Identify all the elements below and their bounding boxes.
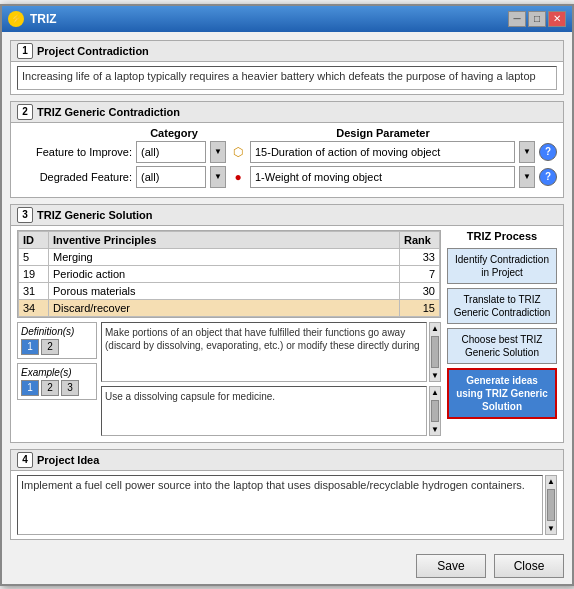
feature-param-arrow[interactable]: ▼ <box>519 141 535 163</box>
title-bar: ⚡ TRIZ ─ □ ✕ <box>2 6 572 32</box>
process-step-4[interactable]: Generate ideas using TRIZ Generic Soluti… <box>447 368 557 419</box>
table-row[interactable]: 31 Porous materials 30 <box>19 282 440 299</box>
feature-param-select[interactable]: 15-Duration of action of moving object <box>250 141 515 163</box>
section-project-contradiction: 1 Project Contradiction Increasing life … <box>10 40 564 95</box>
feature-help-button[interactable]: ? <box>539 143 557 161</box>
section4-number: 4 <box>17 452 33 468</box>
minimize-button[interactable]: ─ <box>508 11 526 27</box>
example-buttons-box: Example(s) 1 2 3 <box>17 363 97 400</box>
idea-scroll-down[interactable]: ▼ <box>546 523 556 534</box>
def-scroll-thumb[interactable] <box>431 336 439 368</box>
definition-buttons-box: Definition(s) 1 2 <box>17 322 97 359</box>
ex-btn-3[interactable]: 3 <box>61 380 79 396</box>
app-icon: ⚡ <box>8 11 24 27</box>
example-text: Use a dissolving capsule for medicine. <box>101 386 427 436</box>
feature-param-icon: ⬡ <box>230 145 246 159</box>
section4-label: Project Idea <box>37 454 99 466</box>
window-title: TRIZ <box>30 12 57 26</box>
degraded-param-icon-symbol: ● <box>234 170 241 184</box>
ex-scroll-down[interactable]: ▼ <box>430 424 440 435</box>
ex-scroll-up[interactable]: ▲ <box>430 387 440 398</box>
process-steps: Identify Contradiction in ProjectTransla… <box>447 248 557 423</box>
def-scroll-down[interactable]: ▼ <box>430 370 440 381</box>
degraded-help-button[interactable]: ? <box>539 168 557 186</box>
section3-content: ID Inventive Principles Rank 5 Merging 3… <box>11 226 563 442</box>
section1-title: 1 Project Contradiction <box>11 41 563 62</box>
section-triz-solution: 3 TRIZ Generic Solution ID Inv <box>10 204 564 443</box>
feature-category-select[interactable]: (all) <box>136 141 206 163</box>
cell-rank: 7 <box>400 265 440 282</box>
section3-number: 3 <box>17 207 33 223</box>
main-window: ⚡ TRIZ ─ □ ✕ 1 Project Contradiction Inc… <box>0 4 574 586</box>
example-label: Example(s) <box>21 367 93 378</box>
section4-content: Implement a fuel cell power source into … <box>11 471 563 539</box>
project-idea-text[interactable]: Implement a fuel cell power source into … <box>17 475 543 535</box>
cell-rank: 33 <box>400 248 440 265</box>
section2-label: TRIZ Generic Contradiction <box>37 106 180 118</box>
ex-btn-2[interactable]: 2 <box>41 380 59 396</box>
principles-table: ID Inventive Principles Rank 5 Merging 3… <box>18 231 440 317</box>
cell-principle: Porous materials <box>49 282 400 299</box>
th-principles: Inventive Principles <box>49 231 400 248</box>
def-btn-1[interactable]: 1 <box>21 339 39 355</box>
section2-title: 2 TRIZ Generic Contradiction <box>11 102 563 123</box>
idea-scroll-thumb[interactable] <box>547 489 555 521</box>
save-button[interactable]: Save <box>416 554 486 578</box>
feature-improve-row: Feature to Improve: (all) ▼ ⬡ 15-Duratio… <box>17 141 557 163</box>
ex-btn-1[interactable]: 1 <box>21 380 39 396</box>
section-triz-contradiction: 2 TRIZ Generic Contradiction Category De… <box>10 101 564 198</box>
degraded-param-arrow[interactable]: ▼ <box>519 166 535 188</box>
section-project-idea: 4 Project Idea Implement a fuel cell pow… <box>10 449 564 540</box>
cell-rank: 15 <box>400 299 440 316</box>
close-window-button[interactable]: ✕ <box>548 11 566 27</box>
close-button[interactable]: Close <box>494 554 564 578</box>
table-row[interactable]: 19 Periodic action 7 <box>19 265 440 282</box>
cell-principle: Discard/recover <box>49 299 400 316</box>
triz-process-panel: TRIZ Process Identify Contradiction in P… <box>447 230 557 436</box>
section1-content: Increasing life of a laptop typically re… <box>11 62 563 94</box>
feature-improve-label: Feature to Improve: <box>17 146 132 158</box>
cell-id: 19 <box>19 265 49 282</box>
cell-id: 34 <box>19 299 49 316</box>
col-header-category: Category <box>139 127 209 139</box>
triz-process-title: TRIZ Process <box>447 230 557 242</box>
table-row[interactable]: 34 Discard/recover 15 <box>19 299 440 316</box>
section3-title: 3 TRIZ Generic Solution <box>11 205 563 226</box>
def-scroll-up[interactable]: ▲ <box>430 323 440 334</box>
degraded-category-arrow[interactable]: ▼ <box>210 166 226 188</box>
idea-scrollbar[interactable]: ▲ ▼ <box>545 475 557 535</box>
degraded-category-select[interactable]: (all) <box>136 166 206 188</box>
section1-label: Project Contradiction <box>37 45 149 57</box>
degraded-feature-label: Degraded Feature: <box>17 171 132 183</box>
feature-param-icon-symbol: ⬡ <box>233 145 243 159</box>
section2-number: 2 <box>17 104 33 120</box>
example-text-row: Use a dissolving capsule for medicine. ▲… <box>101 386 441 436</box>
definition-text: Make portions of an object that have ful… <box>101 322 427 382</box>
th-rank: Rank <box>400 231 440 248</box>
maximize-button[interactable]: □ <box>528 11 546 27</box>
footer: Save Close <box>2 548 572 584</box>
degraded-feature-row: Degraded Feature: (all) ▼ ● 1-Weight of … <box>17 166 557 188</box>
inventive-principles-table: ID Inventive Principles Rank 5 Merging 3… <box>17 230 441 318</box>
section3-body: ID Inventive Principles Rank 5 Merging 3… <box>17 230 557 436</box>
idea-scroll-up[interactable]: ▲ <box>546 476 556 487</box>
definition-side: Definition(s) 1 2 Example(s) 1 <box>17 322 97 436</box>
degraded-param-icon: ● <box>230 170 246 184</box>
example-scrollbar[interactable]: ▲ ▼ <box>429 386 441 436</box>
section1-number: 1 <box>17 43 33 59</box>
feature-category-arrow[interactable]: ▼ <box>210 141 226 163</box>
process-step-3[interactable]: Choose best TRIZ Generic Solution <box>447 328 557 364</box>
cell-principle: Periodic action <box>49 265 400 282</box>
definition-label: Definition(s) <box>21 326 93 337</box>
process-step-2[interactable]: Translate to TRIZ Generic Contradiction <box>447 288 557 324</box>
degraded-param-select[interactable]: 1-Weight of moving object <box>250 166 515 188</box>
definition-text-row: Make portions of an object that have ful… <box>101 322 441 382</box>
def-btn-2[interactable]: 2 <box>41 339 59 355</box>
idea-row: Implement a fuel cell power source into … <box>17 475 557 535</box>
process-step-1[interactable]: Identify Contradiction in Project <box>447 248 557 284</box>
ex-scroll-thumb[interactable] <box>431 400 439 422</box>
th-id: ID <box>19 231 49 248</box>
table-row[interactable]: 5 Merging 33 <box>19 248 440 265</box>
definition-scrollbar[interactable]: ▲ ▼ <box>429 322 441 382</box>
table-header-row: ID Inventive Principles Rank <box>19 231 440 248</box>
